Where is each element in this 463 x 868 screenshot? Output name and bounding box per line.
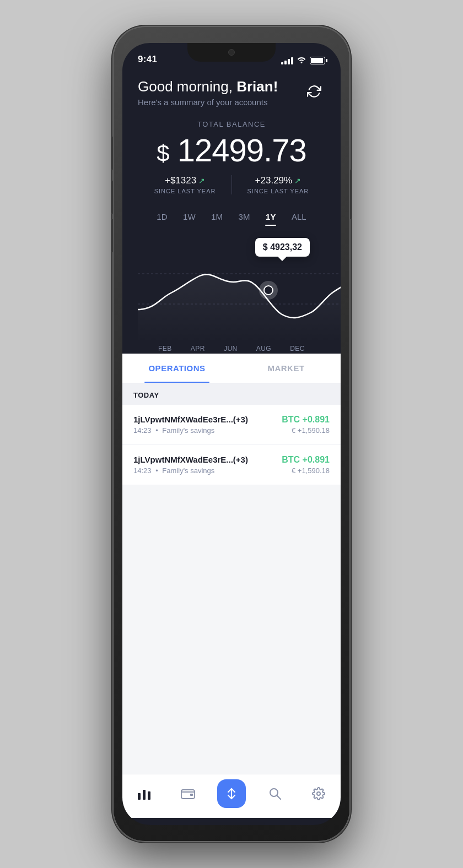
change-percent-value: +23.29% ↗ bbox=[247, 175, 309, 186]
greeting-title: Good morning, Brian! bbox=[138, 78, 278, 95]
chart-bar-icon bbox=[137, 786, 152, 801]
bottom-nav bbox=[122, 774, 341, 818]
svg-point-9 bbox=[317, 792, 320, 795]
header-row: Good morning, Brian! Here's a summary of… bbox=[138, 78, 325, 107]
chart-label-jun: JUN bbox=[224, 345, 238, 352]
refresh-icon bbox=[307, 84, 321, 99]
white-section: OPERATIONS MARKET TODAY 1jLVpwtNMfXWadEe… bbox=[122, 354, 341, 774]
tab-market[interactable]: MARKET bbox=[232, 354, 341, 383]
settings-icon bbox=[311, 786, 326, 801]
greeting-block: Good morning, Brian! Here's a summary of… bbox=[138, 78, 278, 107]
change-row: +$1323 ↗ SINCE LAST YEAR +23.29% ↗ SINCE… bbox=[138, 175, 325, 194]
nav-dashboard[interactable] bbox=[128, 786, 161, 801]
nav-transfer[interactable] bbox=[215, 779, 248, 808]
greeting-subtitle: Here's a summary of your accounts bbox=[138, 97, 278, 107]
today-label: TODAY bbox=[122, 383, 341, 405]
tx-meta-2: 14:23 • Family's savings bbox=[133, 466, 248, 475]
change-dollar: +$1323 ↗ SINCE LAST YEAR bbox=[139, 175, 232, 194]
tx-meta-1: 14:23 • Family's savings bbox=[133, 426, 248, 435]
tx-address-2: 1jLVpwtNMfXWadEe3rE...(+3) bbox=[133, 455, 248, 464]
chart-area: $ 4923,32 bbox=[138, 232, 325, 354]
chart-svg bbox=[138, 232, 341, 343]
app-content: Good morning, Brian! Here's a summary of… bbox=[122, 69, 341, 825]
nav-wallet[interactable] bbox=[171, 786, 204, 801]
chart-tooltip: $ 4923,32 bbox=[255, 238, 310, 257]
chart-point bbox=[263, 285, 273, 295]
balance-amount: $ 12499.73 bbox=[138, 132, 325, 169]
tab-all[interactable]: ALL bbox=[287, 210, 311, 224]
chart-label-aug: AUG bbox=[256, 345, 272, 352]
transaction-item-2[interactable]: 1jLVpwtNMfXWadEe3rE...(+3) 14:23 • Famil… bbox=[122, 445, 341, 485]
status-time: 9:41 bbox=[138, 54, 157, 65]
svg-rect-2 bbox=[138, 793, 141, 800]
nav-search[interactable] bbox=[259, 786, 292, 801]
tx-fiat-1: € +1,590.18 bbox=[282, 426, 330, 435]
tab-1d[interactable]: 1D bbox=[152, 210, 171, 224]
tab-1w[interactable]: 1W bbox=[179, 210, 200, 224]
transaction-item[interactable]: 1jLVpwtNMfXWadEe3rE...(+3) 14:23 • Famil… bbox=[122, 405, 341, 445]
notch-camera bbox=[228, 49, 235, 56]
refresh-button[interactable] bbox=[303, 80, 325, 102]
home-indicator bbox=[198, 822, 265, 825]
transfer-icon bbox=[224, 786, 239, 801]
chart-label-dec: DEC bbox=[290, 345, 305, 352]
tx-address-1: 1jLVpwtNMfXWadEe3rE...(+3) bbox=[133, 415, 248, 424]
svg-line-8 bbox=[277, 795, 281, 799]
wifi-icon bbox=[297, 56, 306, 65]
svg-rect-6 bbox=[190, 794, 193, 796]
svg-rect-4 bbox=[148, 791, 150, 800]
phone-frame: 9:41 bbox=[113, 26, 350, 842]
nav-settings[interactable] bbox=[302, 786, 335, 801]
status-icons bbox=[281, 56, 325, 65]
chart-label-feb: FEB bbox=[158, 345, 172, 352]
change-dollar-value: +$1323 ↗ bbox=[154, 175, 216, 186]
change-dollar-label: SINCE LAST YEAR bbox=[154, 188, 216, 194]
transaction-list: 1jLVpwtNMfXWadEe3rE...(+3) 14:23 • Famil… bbox=[122, 405, 341, 485]
tx-crypto-2: BTC +0.891 bbox=[282, 455, 330, 465]
chart-label-apr: APR bbox=[191, 345, 205, 352]
tab-3m[interactable]: 3M bbox=[234, 210, 255, 224]
dark-section: Good morning, Brian! Here's a summary of… bbox=[122, 69, 341, 354]
phone-screen: 9:41 bbox=[122, 43, 341, 825]
change-percent: +23.29% ↗ SINCE LAST YEAR bbox=[232, 175, 325, 194]
search-icon bbox=[267, 786, 283, 801]
wallet-icon bbox=[180, 786, 196, 801]
notch bbox=[187, 43, 276, 62]
balance-label: TOTAL BALANCE bbox=[138, 120, 325, 128]
chart-x-labels: FEB APR JUN AUG DEC bbox=[138, 345, 325, 352]
balance-section: TOTAL BALANCE $ 12499.73 bbox=[138, 120, 325, 169]
svg-rect-3 bbox=[143, 790, 146, 800]
time-tabs: 1D 1W 1M 3M 1Y ALL bbox=[138, 205, 325, 228]
tab-operations[interactable]: OPERATIONS bbox=[122, 354, 232, 383]
tab-1m[interactable]: 1M bbox=[207, 210, 227, 224]
tx-fiat-2: € +1,590.18 bbox=[282, 466, 330, 475]
tx-crypto-1: BTC +0.891 bbox=[282, 415, 330, 425]
content-tabs: OPERATIONS MARKET bbox=[122, 354, 341, 383]
signal-icon bbox=[281, 57, 293, 64]
tab-1y[interactable]: 1Y bbox=[261, 210, 280, 224]
battery-icon bbox=[310, 57, 325, 64]
change-percent-label: SINCE LAST YEAR bbox=[247, 188, 309, 194]
